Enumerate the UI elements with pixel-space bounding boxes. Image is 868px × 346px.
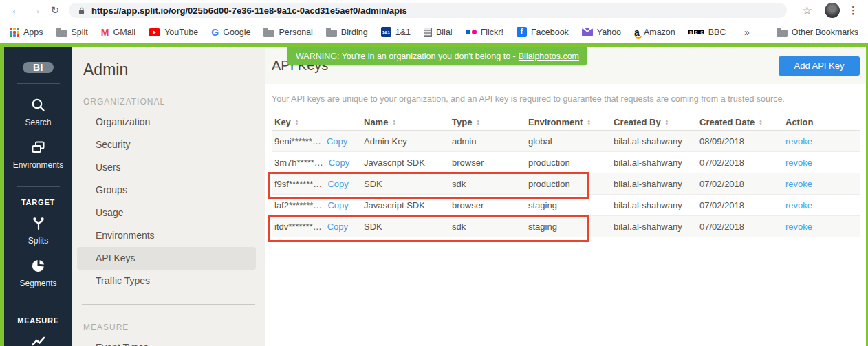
bookmark-birding[interactable]: Birding xyxy=(326,28,368,37)
sidebar-item-splits[interactable]: Splits xyxy=(28,215,48,246)
add-api-key-button[interactable]: Add API Key xyxy=(779,56,860,76)
copy-link[interactable]: Copy xyxy=(329,158,349,168)
google-icon: G xyxy=(211,27,219,38)
column-header-type[interactable]: Type▲▼ xyxy=(449,117,525,127)
admin-nav-item-environments[interactable]: Environments xyxy=(77,224,256,247)
sort-icon[interactable]: ▲▼ xyxy=(665,119,669,125)
bookmark-bbc[interactable]: BBCBBC xyxy=(688,28,726,37)
revoke-link[interactable]: revoke xyxy=(785,179,812,189)
admin-nav-item-organization[interactable]: Organization xyxy=(77,111,256,133)
column-header-label: Type xyxy=(452,117,472,127)
cell-created-date: 08/09/2018 xyxy=(697,136,783,147)
admin-nav-item-security[interactable]: Security xyxy=(77,133,256,156)
splits-icon xyxy=(30,215,46,234)
revoke-link[interactable]: revoke xyxy=(785,200,812,210)
cell-created-date: 07/02/2018 xyxy=(697,221,783,232)
table-row: f9sf*******…CopySDKsdkproductionbilal.al… xyxy=(272,173,860,195)
column-header-label: Action xyxy=(785,117,813,127)
admin-nav-items: OrganizationSecurityUsersGroupsUsageEnvi… xyxy=(77,111,256,292)
sidebar-item-environments[interactable]: Environments xyxy=(13,140,63,170)
forward-icon[interactable]: → xyxy=(26,3,45,17)
copy-link[interactable]: Copy xyxy=(327,200,348,210)
bookmark-youtube[interactable]: YouTube xyxy=(149,28,198,37)
sort-icon[interactable]: ▲▼ xyxy=(392,119,395,125)
sidebar-divider xyxy=(17,186,60,187)
bookmark-label: Yahoo xyxy=(597,28,621,37)
column-header-created-date[interactable]: Created Date▲▼ xyxy=(697,117,783,127)
bookmark-yahoo[interactable]: Yahoo xyxy=(582,28,621,37)
revoke-link[interactable]: revoke xyxy=(785,158,812,168)
admin-title: Admin xyxy=(83,61,265,79)
bookmark-amazon[interactable]: aAmazon xyxy=(634,27,675,38)
admin-nav-item-usage[interactable]: Usage xyxy=(77,202,256,224)
column-header-label: Created Date xyxy=(699,117,755,127)
bookmark-gmail[interactable]: MGMail xyxy=(101,27,135,38)
cell-name: SDK xyxy=(361,221,449,232)
back-icon[interactable]: ← xyxy=(7,3,26,17)
cell-key: 3m7h*****…Copy xyxy=(272,158,361,168)
bookmarks-list: AppsSplitMGMailYouTubeGGooglePersonalBir… xyxy=(10,27,726,38)
reload-icon[interactable]: ↻ xyxy=(45,4,65,17)
admin-nav-item-users[interactable]: Users xyxy=(77,156,256,179)
revoke-link[interactable]: revoke xyxy=(785,136,812,147)
bookmark-split[interactable]: Split xyxy=(56,28,88,37)
bookmarks-overflow-icon[interactable]: » xyxy=(744,27,750,38)
bookmark-flickr[interactable]: Flickr! xyxy=(466,28,503,37)
bookmark-personal[interactable]: Personal xyxy=(263,28,312,37)
sidebar-item-label: Splits xyxy=(28,236,48,246)
column-header-key[interactable]: Key▲▼ xyxy=(272,117,361,127)
column-header-name[interactable]: Name▲▼ xyxy=(361,117,449,127)
admin-nav-item-event-types[interactable]: Event Types xyxy=(77,336,256,346)
bookmark-google[interactable]: GGoogle xyxy=(211,27,250,38)
url-text[interactable]: https://app.split.io/org/025b6d00-7e36-1… xyxy=(91,6,407,16)
admin-nav-item-api-keys[interactable]: API Keys xyxy=(77,247,256,270)
bookmark-apps[interactable]: Apps xyxy=(10,28,43,37)
bookmark-1-1[interactable]: 1&11&1 xyxy=(381,27,411,37)
copy-link[interactable]: Copy xyxy=(327,136,347,147)
sidebar-item-segments[interactable]: Segments xyxy=(19,258,56,288)
table-body: 9eni******…CopyAdmin Keyadminglobalbilal… xyxy=(272,131,860,237)
cell-name: Javascript SDK xyxy=(361,200,449,210)
copy-link[interactable]: Copy xyxy=(327,179,348,189)
admin-sidebar: Admin ORGANIZATIONALOrganizationSecurity… xyxy=(72,47,265,346)
warning-org-link[interactable]: Bilalphotos.com xyxy=(519,52,579,61)
admin-nav-item-traffic-types[interactable]: Traffic Types xyxy=(77,270,256,292)
browser-profile-avatar[interactable] xyxy=(825,3,840,18)
sort-icon[interactable]: ▲▼ xyxy=(759,119,762,125)
api-key-value: 9eni******… xyxy=(274,136,321,147)
bookmark-star-icon[interactable]: ☆ xyxy=(802,3,812,18)
column-header-created-by[interactable]: Created By▲▼ xyxy=(611,117,697,127)
folder-icon xyxy=(263,30,274,37)
api-key-value: f9sf*******… xyxy=(274,179,322,189)
other-bookmarks[interactable]: Other Bookmarks xyxy=(777,28,858,37)
apps-grid-icon xyxy=(10,28,19,37)
cell-type: admin xyxy=(449,136,525,147)
sort-icon[interactable]: ▲▼ xyxy=(295,119,299,125)
sort-icon[interactable]: ▲▼ xyxy=(476,119,479,125)
bookmark-label: Google xyxy=(223,28,250,37)
admin-nav-item-groups[interactable]: Groups xyxy=(77,179,256,202)
cell-environment: production xyxy=(525,158,611,168)
oneandone-icon: 1&1 xyxy=(381,27,391,37)
column-header-environment[interactable]: Environment▲▼ xyxy=(525,117,611,127)
cell-key: 9eni******…Copy xyxy=(272,136,361,147)
sidebar-item-metrics[interactable]: Metrics xyxy=(25,334,52,346)
sort-icon[interactable]: ▲▼ xyxy=(587,119,590,125)
api-key-value: itdv*******… xyxy=(274,221,322,232)
bbc-icon: BBC xyxy=(688,30,704,34)
revoke-link[interactable]: revoke xyxy=(785,221,812,232)
bookmark-facebook[interactable]: fFacebook xyxy=(517,27,569,37)
youtube-icon xyxy=(149,28,160,36)
bookmark-label: 1&1 xyxy=(395,28,411,37)
admin-section-organizational: ORGANIZATIONAL xyxy=(83,97,265,107)
browser-toolbar: ← → ↻ https://app.split.io/org/025b6d00-… xyxy=(0,0,868,21)
address-bar[interactable]: https://app.split.io/org/025b6d00-7e36-1… xyxy=(69,3,787,18)
cell-type: sdk xyxy=(449,221,525,232)
cell-type: browser xyxy=(449,158,525,168)
copy-link[interactable]: Copy xyxy=(327,221,348,232)
column-header-label: Environment xyxy=(528,117,583,127)
bookmark-bilal[interactable]: Bilal xyxy=(424,28,453,37)
browser-menu-icon[interactable]: ⋮ xyxy=(848,4,858,17)
org-avatar[interactable]: BI xyxy=(23,62,54,73)
sidebar-item-search[interactable]: Search xyxy=(25,97,51,127)
